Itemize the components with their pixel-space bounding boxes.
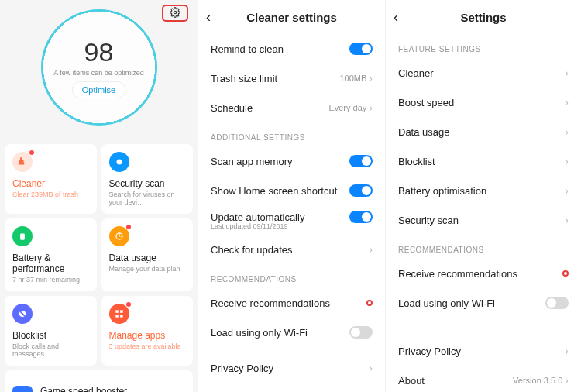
row-security-scan[interactable]: Security scan › [386,205,581,235]
card-subtitle: Clear 239MB of trash [12,191,89,198]
row-label: Trash size limit [211,73,277,84]
chevron-right-icon: › [565,96,569,108]
chevron-right-icon: › [565,155,569,167]
row-receive-recommendations[interactable]: Receive recommendations [198,288,385,318]
row-label: Receive recommendations [398,268,517,280]
card-cleaner[interactable]: Cleaner Clear 239MB of trash [5,144,97,214]
section-header-recommendations: RECOMMENDATIONS [198,264,385,288]
score-subtitle: A few items can be optimized [53,69,144,77]
svg-rect-6 [115,310,119,313]
row-label: Privacy Policy [398,346,461,357]
security-app-home: 98 A few items can be optimized Optimise… [0,0,198,392]
row-schedule[interactable]: Schedule Every day› [198,93,385,122]
data-usage-icon [109,226,129,246]
toggle-highlight [366,300,373,306]
row-battery-optimisation[interactable]: Battery optimisation › [386,176,581,205]
row-sublabel: Last updated 09/11/2019 [198,222,385,235]
row-receive-recommendations[interactable]: Receive recommendations [386,259,581,288]
row-boost-speed[interactable]: Boost speed › [386,88,581,117]
shield-scan-icon [109,152,129,172]
notification-dot [29,150,34,155]
chevron-right-icon: › [565,67,569,79]
chevron-right-icon: › [180,388,185,393]
toggle-auto-update[interactable] [349,211,373,223]
toggle-wifi-only[interactable] [349,326,373,339]
chevron-right-icon: › [369,362,373,374]
row-label: Schedule [211,102,253,114]
score-ring: 98 A few items can be optimized Optimise [41,9,157,126]
section-header-additional: ADDITIONAL SETTINGS [198,122,385,146]
row-remind-to-clean[interactable]: Remind to clean [198,34,385,64]
settings-gear-highlight [162,5,188,22]
toggle-remind[interactable] [349,43,373,55]
row-trash-size-limit[interactable]: Trash size limit 100MB› [198,64,385,93]
toggle-home-shortcut[interactable] [349,184,373,197]
svg-rect-7 [120,310,123,313]
card-title: Security scan [109,178,186,189]
toggle-scan-memory[interactable] [349,155,373,167]
blocklist-icon [12,304,33,324]
notification-dot [126,225,131,229]
security-settings-screen: ‹ Settings FEATURE SETTINGS Cleaner › Bo… [386,0,581,392]
row-label: Check for updates [211,244,293,256]
feature-grid: Cleaner Clear 239MB of trash Security sc… [0,139,198,392]
row-home-shortcut[interactable]: Show Home screen shortcut [198,176,385,205]
card-manage-apps[interactable]: Manage apps 3 updates are available [101,296,194,366]
apps-icon [109,304,129,324]
row-cleaner[interactable]: Cleaner › [386,58,581,88]
header: ‹ Cleaner settings [198,0,385,34]
card-subtitle: Block calls and messages [12,342,89,358]
card-security-scan[interactable]: Security scan Search for viruses on your… [101,144,194,214]
header: ‹ Settings [386,0,581,34]
cleaner-settings-screen: ‹ Cleaner settings Remind to clean Trash… [198,0,386,392]
row-label: Boost speed [398,97,454,108]
chevron-right-icon: › [565,126,569,138]
svg-point-1 [116,160,122,165]
card-title: Data usage [109,253,186,263]
chevron-right-icon: › [565,374,569,387]
row-data-usage[interactable]: Data usage › [386,117,581,146]
row-blocklist[interactable]: Blocklist › [386,146,581,176]
row-label: Security scan [398,215,459,226]
row-value: Version 3.5.0 [513,376,562,385]
toggle-wifi-only[interactable] [545,297,569,309]
chevron-right-icon: › [565,345,569,357]
row-label: Battery optimisation [398,185,486,197]
row-value: 100MB [339,74,366,83]
card-title: Game speed booster [40,386,173,392]
score-value: 98 [84,37,114,67]
row-privacy-policy[interactable]: Privacy Policy › [198,353,385,383]
card-data-usage[interactable]: Data usage Manage your data plan [101,218,194,291]
card-battery-performance[interactable]: Battery & performance 7 hr 37 min remain… [5,218,97,291]
row-check-updates[interactable]: Check for updates › [198,235,385,264]
row-load-wifi-only[interactable]: Load using only Wi-Fi [386,288,581,318]
row-label: Receive recommendations [211,297,330,309]
section-header-recommendations: RECOMMENDATIONS [386,235,581,259]
svg-rect-8 [115,315,119,318]
optimise-button[interactable]: Optimise [72,81,125,98]
row-label: Remind to clean [211,43,284,55]
svg-rect-2 [20,234,25,240]
card-subtitle: 7 hr 37 min remaining [12,276,89,284]
row-privacy-policy[interactable]: Privacy Policy › [386,336,581,366]
row-label: Update automatically [211,211,304,223]
broom-icon [12,152,33,172]
row-label: Load using only Wi-Fi [398,297,495,309]
row-label: Privacy Policy [211,363,273,374]
battery-icon [12,226,33,246]
home-header: 98 A few items can be optimized Optimise [0,0,198,139]
row-label: Scan app memory [211,156,293,167]
card-subtitle: Manage your data plan [109,265,186,273]
page-title: Settings [386,11,581,24]
card-blocklist[interactable]: Blocklist Block calls and messages [5,296,97,366]
row-scan-app-memory[interactable]: Scan app memory [198,146,385,176]
row-load-wifi-only[interactable]: Load using only Wi-Fi [198,318,385,347]
row-about[interactable]: About Version 3.5.0› [386,366,581,392]
row-label: Show Home screen shortcut [211,185,337,197]
card-title: Blocklist [12,330,89,341]
row-value: Every day [328,103,366,112]
gear-icon[interactable] [170,7,180,20]
svg-rect-9 [120,315,123,318]
card-game-speed-booster[interactable]: Game speed booster Boost connection stab… [5,370,193,392]
card-title: Battery & performance [12,253,89,274]
